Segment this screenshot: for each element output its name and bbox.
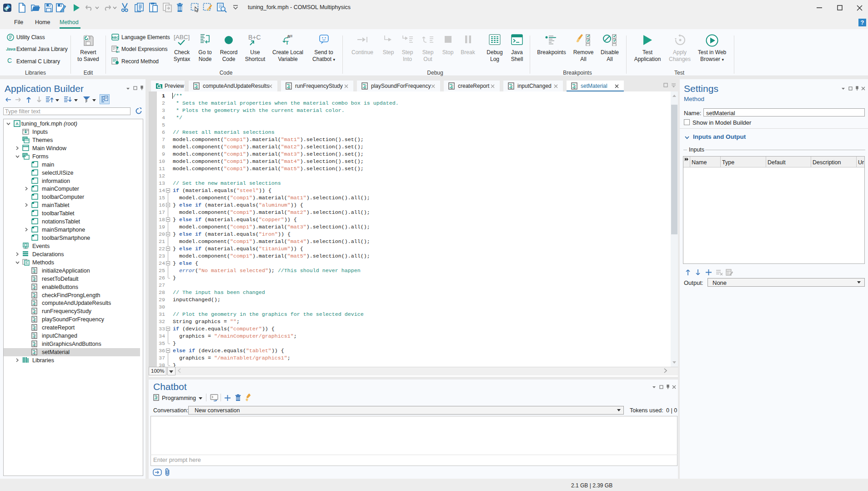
svg-text:a=: a=: [116, 50, 120, 53]
svg-text:A: A: [15, 121, 19, 126]
svg-text:ABC: ABC: [111, 35, 119, 40]
svg-text:T: T: [286, 40, 289, 46]
